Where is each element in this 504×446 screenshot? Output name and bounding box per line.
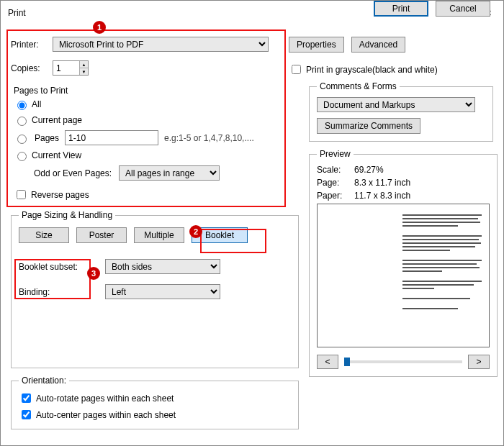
- page-value: 8.3 x 11.7 inch: [354, 178, 410, 188]
- odd-even-select[interactable]: All pages in range: [119, 165, 220, 181]
- radio-current-view[interactable]: [17, 152, 27, 161]
- radio-current-page-label: Current page: [32, 115, 82, 125]
- auto-center-label: Auto-center pages within each sheet: [36, 410, 176, 420]
- reverse-pages-checkbox[interactable]: [17, 190, 26, 199]
- radio-pages-label: Pages: [35, 133, 59, 143]
- radio-current-page[interactable]: [17, 117, 27, 126]
- copies-spinner[interactable]: ▲▼: [53, 60, 89, 76]
- booklet-subset-select[interactable]: Both sides: [105, 259, 220, 274]
- window-title: Print: [8, 8, 26, 18]
- orientation-legend: Orientation:: [19, 376, 69, 386]
- binding-select[interactable]: Left: [105, 284, 220, 299]
- auto-rotate-label: Auto-rotate pages within each sheet: [36, 393, 174, 404]
- auto-center-checkbox[interactable]: [22, 410, 31, 419]
- sizing-legend: Page Sizing & Handling: [19, 210, 115, 220]
- grayscale-checkbox[interactable]: [292, 65, 301, 74]
- comments-legend: Comments & Forms: [317, 81, 400, 91]
- comments-select[interactable]: Document and Markups: [317, 97, 475, 112]
- grayscale-label: Print in grayscale(black and white): [306, 65, 438, 75]
- radio-pages[interactable]: [17, 135, 27, 144]
- binding-label: Binding:: [19, 287, 98, 297]
- pager-track[interactable]: [344, 360, 462, 363]
- print-button[interactable]: Print: [374, 1, 428, 17]
- radio-current-view-label: Current View: [32, 150, 81, 160]
- callout-2: 2: [189, 225, 202, 238]
- scale-value: 69.27%: [354, 165, 384, 175]
- callout-1: 1: [93, 21, 106, 34]
- size-button[interactable]: Size: [19, 227, 69, 243]
- printer-select[interactable]: Microsoft Print to PDF: [53, 37, 269, 52]
- booklet-subset-label: Booklet subset:: [19, 262, 98, 272]
- spinner-up-icon[interactable]: ▲: [79, 61, 88, 68]
- auto-rotate-checkbox[interactable]: [22, 393, 31, 403]
- paper-label: Paper:: [317, 191, 348, 201]
- pager-next-button[interactable]: >: [468, 355, 490, 369]
- preview-thumbnail: [317, 204, 490, 347]
- odd-even-label: Odd or Even Pages:: [34, 168, 112, 178]
- advanced-button[interactable]: Advanced: [351, 37, 405, 53]
- properties-button[interactable]: Properties: [289, 37, 344, 53]
- summarize-comments-button[interactable]: Summarize Comments: [317, 118, 420, 134]
- preview-legend: Preview: [317, 149, 354, 159]
- poster-button[interactable]: Poster: [76, 227, 127, 243]
- paper-value: 11.7 x 8.3 inch: [354, 191, 410, 201]
- pages-range-input[interactable]: [65, 130, 158, 145]
- multiple-button[interactable]: Multiple: [134, 227, 184, 243]
- pages-hint: e.g:1-5 or 1,4,7,8,10,....: [164, 133, 254, 143]
- spinner-down-icon[interactable]: ▼: [79, 68, 88, 75]
- printer-label: Printer:: [11, 40, 45, 50]
- pages-legend: Pages to Print: [11, 86, 71, 96]
- reverse-pages-label: Reverse pages: [31, 190, 89, 200]
- preview-pager: < >: [317, 355, 490, 369]
- pager-thumb[interactable]: [344, 358, 350, 366]
- cancel-button[interactable]: Cancel: [436, 1, 490, 17]
- page-label: Page:: [317, 178, 348, 188]
- callout-3: 3: [87, 267, 100, 280]
- radio-all-label: All: [32, 99, 41, 109]
- copies-label: Copies:: [11, 63, 45, 73]
- scale-label: Scale:: [317, 165, 348, 175]
- pager-prev-button[interactable]: <: [317, 355, 338, 369]
- radio-all[interactable]: [17, 101, 27, 110]
